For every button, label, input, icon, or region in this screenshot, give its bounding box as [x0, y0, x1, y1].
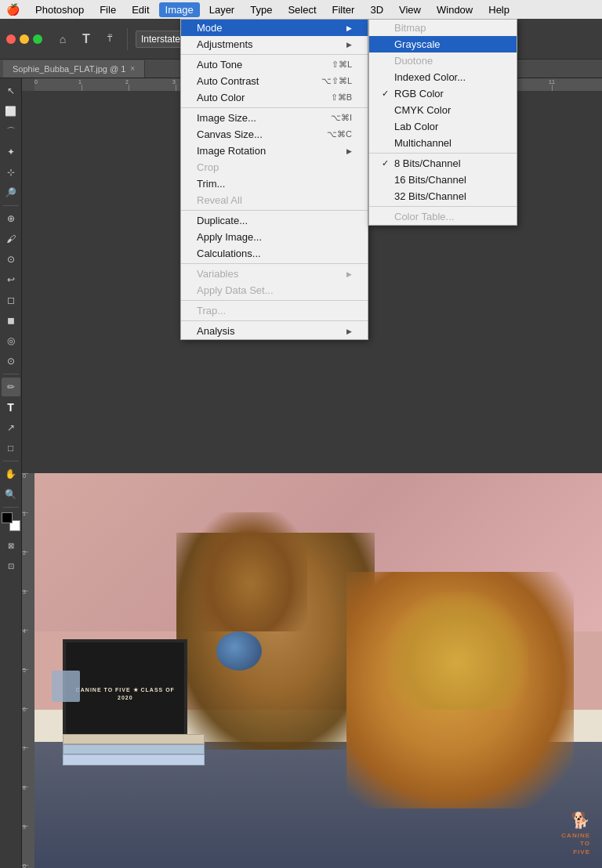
canvas-scroll-area[interactable]: CANINE TO FIVE ★ CLASS OF 2020 — [34, 473, 602, 868]
mode-item-duotone[interactable]: Duotone — [369, 52, 517, 69]
orientation-icon[interactable]: T⃡ — [100, 30, 119, 49]
mode-item-color-table[interactable]: Color Table... — [369, 208, 517, 225]
menu-edit[interactable]: Edit — [125, 2, 155, 17]
menu-layer[interactable]: Layer — [203, 2, 241, 17]
menu-item-variables[interactable]: Variables — [181, 266, 368, 282]
close-window-button[interactable] — [6, 34, 16, 44]
type-tool-icon[interactable]: T — [77, 30, 96, 49]
mode-item-rgb-color[interactable]: ✓ RGB Color — [369, 85, 517, 102]
menu-image[interactable]: Image — [159, 2, 200, 17]
minimize-window-button[interactable] — [20, 34, 29, 44]
marquee-tool[interactable]: ⬜ — [2, 102, 20, 121]
menu-file[interactable]: File — [93, 2, 122, 17]
healing-brush-tool[interactable]: ⊕ — [2, 209, 20, 228]
mode-submenu[interactable]: Bitmap Grayscale Duotone Indexed Color..… — [368, 19, 517, 226]
menu-item-reveal-all-label: Reveal All — [197, 194, 242, 206]
clone-stamp-tool[interactable]: ⊙ — [2, 250, 20, 269]
menu-item-auto-contrast[interactable]: Auto Contrast ⌥⇧⌘L — [181, 73, 368, 89]
menu-item-apply-data-set[interactable]: Apply Data Set... — [181, 282, 368, 298]
move-tool[interactable]: ↖ — [2, 81, 20, 100]
ruler-label-h-1: 1 — [78, 79, 82, 85]
menu-item-auto-contrast-shortcut: ⌥⇧⌘L — [321, 76, 352, 86]
shape-tool[interactable]: □ — [2, 439, 20, 458]
image-dropdown-menu[interactable]: Mode Adjustments Auto Tone ⇧⌘L Auto Cont… — [180, 19, 368, 340]
mode-item-grayscale[interactable]: Grayscale — [369, 36, 517, 52]
menu-item-image-size-shortcut: ⌥⌘I — [331, 113, 352, 123]
brush-tool[interactable]: 🖌 — [2, 230, 20, 248]
menu-item-variables-label: Variables — [197, 268, 238, 280]
mode-item-32bit[interactable]: 32 Bits/Channel — [369, 188, 517, 204]
mode-check-rgb: ✓ — [382, 89, 394, 99]
dodge-tool[interactable]: ⊙ — [2, 352, 20, 371]
ruler-label-h-0: 0 — [34, 79, 38, 85]
maximize-window-button[interactable] — [33, 34, 42, 44]
menu-item-trap[interactable]: Trap... — [181, 302, 368, 319]
menu-item-canvas-size-shortcut: ⌥⌘C — [327, 129, 352, 139]
menu-item-calculations[interactable]: Calculations... — [181, 245, 368, 262]
lasso-tool[interactable]: ⌒ — [2, 122, 20, 141]
mode-item-cmyk-color[interactable]: CMYK Color — [369, 102, 517, 118]
menu-3d[interactable]: 3D — [364, 2, 390, 17]
color-swatches[interactable] — [2, 512, 20, 531]
menu-item-analysis[interactable]: Analysis — [181, 323, 368, 339]
document-tab[interactable]: Sophie_Bubba_FLAT.jpg @ 1 × — [3, 60, 145, 78]
menu-help[interactable]: Help — [482, 2, 516, 17]
menu-item-image-size-label: Image Size... — [197, 112, 256, 124]
mode-item-indexed-color[interactable]: Indexed Color... — [369, 69, 517, 85]
foreground-color-swatch[interactable] — [2, 512, 13, 523]
menu-item-apply-data-set-label: Apply Data Set... — [197, 284, 274, 296]
mode-item-bitmap[interactable]: Bitmap — [369, 20, 517, 36]
menu-select[interactable]: Select — [281, 2, 322, 17]
menu-item-auto-contrast-label: Auto Contrast — [197, 75, 259, 87]
mode-item-lab-color[interactable]: Lab Color — [369, 118, 517, 135]
menu-view[interactable]: View — [393, 2, 427, 17]
tab-filename: Sophie_Bubba_FLAT.jpg @ 1 — [13, 64, 125, 74]
menu-item-auto-color[interactable]: Auto Color ⇧⌘B — [181, 89, 368, 106]
menu-item-trim-label: Trim... — [197, 178, 225, 190]
text-tool[interactable]: T — [2, 398, 20, 417]
mode-item-8bit[interactable]: ✓ 8 Bits/Channel — [369, 155, 517, 172]
menu-item-reveal-all[interactable]: Reveal All — [181, 192, 368, 208]
crop-tool[interactable]: ⊹ — [2, 163, 20, 182]
mask — [52, 671, 80, 702]
history-brush-tool[interactable]: ↩ — [2, 270, 20, 289]
path-selection-tool[interactable]: ↗ — [2, 418, 20, 437]
mode-item-multichannel[interactable]: Multichannel — [369, 135, 517, 151]
hand-tool[interactable]: ✋ — [2, 465, 20, 483]
zoom-tool[interactable]: 🔍 — [2, 485, 20, 504]
menu-item-auto-tone[interactable]: Auto Tone ⇧⌘L — [181, 56, 368, 73]
tab-close-button[interactable]: × — [130, 64, 135, 73]
gradient-tool[interactable]: ◼ — [2, 311, 20, 330]
tools-separator-3 — [3, 461, 19, 461]
quick-select-tool[interactable]: ✦ — [2, 143, 20, 161]
menu-photoshop[interactable]: Photoshop — [29, 2, 90, 17]
eraser-tool[interactable]: ◻ — [2, 291, 20, 309]
ruler-label-v-0: 0 — [23, 473, 26, 479]
menu-item-trim[interactable]: Trim... — [181, 175, 368, 192]
menu-filter[interactable]: Filter — [326, 2, 361, 17]
menu-item-canvas-size[interactable]: Canvas Size... ⌥⌘C — [181, 126, 368, 143]
vertical-ruler: 0 1 2 3 4 5 6 7 8 — [22, 473, 34, 868]
menu-item-apply-image-label: Apply Image... — [197, 231, 262, 243]
menu-sep-4 — [181, 263, 368, 264]
menu-type[interactable]: Type — [244, 2, 278, 17]
mode-label-cmyk-color: CMYK Color — [394, 104, 451, 116]
home-icon[interactable]: ⌂ — [53, 30, 72, 49]
blur-tool[interactable]: ◎ — [2, 331, 20, 350]
menu-item-image-size[interactable]: Image Size... ⌥⌘I — [181, 110, 368, 126]
eyedropper-tool[interactable]: 🔎 — [2, 183, 20, 202]
pen-tool[interactable]: ✏ — [2, 378, 20, 396]
menu-item-duplicate[interactable]: Duplicate... — [181, 212, 368, 229]
book1 — [63, 734, 205, 744]
menu-item-mode[interactable]: Mode — [181, 20, 368, 36]
apple-menu-item[interactable]: 🍎 — [6, 3, 20, 16]
menu-item-apply-image[interactable]: Apply Image... — [181, 229, 368, 245]
mode-item-16bit[interactable]: 16 Bits/Channel — [369, 172, 517, 188]
menu-item-image-rotation[interactable]: Image Rotation — [181, 143, 368, 159]
menu-item-adjustments[interactable]: Adjustments — [181, 36, 368, 52]
watermark: 🐕 CANINE TO FIVE — [561, 810, 590, 856]
quick-mask-icon[interactable]: ⊠ — [2, 536, 20, 555]
menu-item-crop[interactable]: Crop — [181, 159, 368, 175]
menu-window[interactable]: Window — [430, 2, 479, 17]
screen-mode-icon[interactable]: ⊡ — [2, 556, 20, 575]
